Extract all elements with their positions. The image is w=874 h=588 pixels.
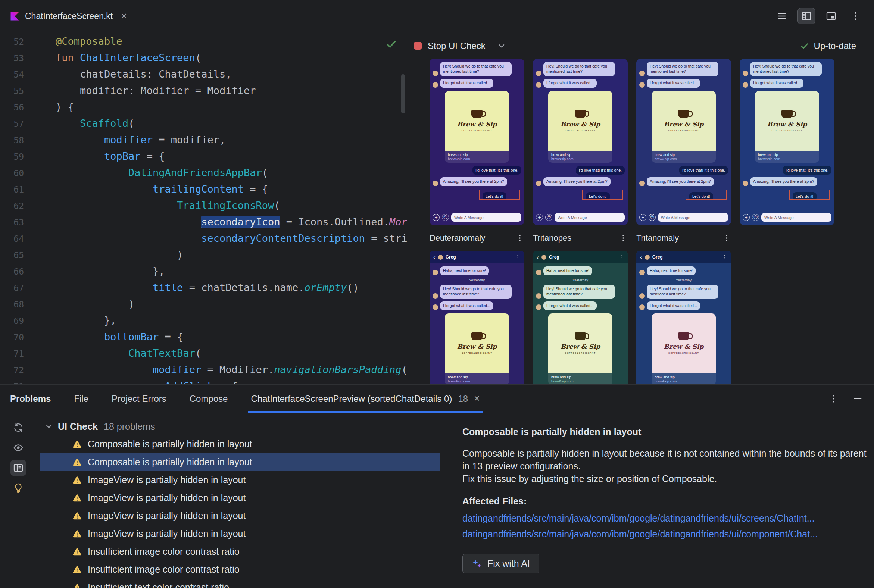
preview-phone[interactable]: Hey! Should we go to that cafe you menti…	[636, 59, 731, 225]
hide-panel-button[interactable]	[853, 394, 863, 404]
problems-tool-window: Problems FileProject ErrorsComposeChatIn…	[0, 384, 874, 588]
code-line[interactable]: 72 modifier = Modifier.navigationBarsPad…	[0, 362, 407, 378]
chevron-down-icon[interactable]	[44, 422, 53, 431]
tab-close-icon[interactable]: ×	[121, 11, 127, 21]
message-input[interactable]: Write A Message	[761, 213, 832, 222]
attach-icon[interactable]: +	[536, 214, 543, 221]
problem-item[interactable]: ImageView is partially hidden in layout	[36, 525, 440, 543]
problem-item[interactable]: Insufficient text color contrast ratio	[36, 578, 440, 588]
problem-item[interactable]: Composable is partially hidden in layout	[40, 453, 440, 471]
preview-phone[interactable]: ‹GregHaha, next time for sure!YesterdayH…	[429, 251, 524, 384]
emoji-icon[interactable]: ☺	[649, 214, 656, 221]
inspections-ok-icon[interactable]	[385, 38, 398, 50]
preview-phone[interactable]: Hey! Should we go to that cafe you menti…	[533, 59, 628, 225]
details-view-button[interactable]	[11, 460, 26, 476]
chat-message-row: Amazing, I'll see you there at 2pm?	[432, 177, 521, 186]
affected-file-link[interactable]: datingandfriends/src/main/java/com/ibm/g…	[463, 528, 866, 540]
code-line[interactable]: 62 TrailingIconsRow(	[0, 197, 407, 214]
code-line[interactable]: 54 chatDetails: ChatDetails,	[0, 66, 407, 82]
problems-group-row[interactable]: UI Check 18 problems	[36, 418, 452, 435]
sync-button[interactable]	[11, 420, 26, 435]
split-editor-button[interactable]	[798, 8, 815, 24]
emoji-icon[interactable]: ☺	[752, 214, 759, 221]
preview-phone[interactable]: Hey! Should we go to that cafe you menti…	[429, 59, 524, 225]
preview-eye-button[interactable]	[11, 440, 26, 456]
tab-chatinterfacescreenpreview[interactable]: ChatInterfaceScreenPreview (sortedChatDe…	[251, 385, 479, 412]
preview-phone[interactable]: ‹GregHaha, next time for sure!YesterdayH…	[533, 251, 628, 384]
link-preview-card: Brew & SipCOFFEE&CROISSANTbrew and sipbr…	[445, 314, 509, 384]
code-line[interactable]: 58 modifier = modifier,	[0, 132, 407, 148]
preview-window-button[interactable]	[823, 8, 839, 24]
code-line[interactable]: 65 )	[0, 247, 407, 263]
chat-bubble: Hey! Should we go to that cafe you menti…	[544, 285, 615, 299]
structure-button[interactable]	[773, 8, 790, 24]
attach-icon[interactable]: +	[639, 214, 646, 221]
code-line[interactable]: 61 trailingContent = {	[0, 181, 407, 197]
fix-with-ai-button[interactable]: Fix with AI	[463, 554, 539, 573]
tool-window-title[interactable]: Problems	[10, 394, 51, 404]
more-vertical-button[interactable]	[847, 8, 864, 24]
code-line[interactable]: 52@Composable	[0, 33, 407, 50]
problem-item[interactable]: ImageView is partially hidden in layout	[36, 489, 440, 507]
problem-item[interactable]: Insufficient image color contrast ratio	[36, 543, 440, 560]
code-line[interactable]: 69 },	[0, 312, 407, 329]
back-icon[interactable]: ‹	[640, 254, 642, 260]
code-line[interactable]: 68 )	[0, 296, 407, 312]
emoji-icon[interactable]: ☺	[545, 214, 552, 221]
editor-tab-chatinterfacescreen[interactable]: ChatInterfaceScreen.kt ×	[0, 0, 134, 32]
more-vertical-icon[interactable]	[619, 234, 628, 243]
ide-window: ChatInterfaceScreen.kt × 52@Composable53…	[0, 0, 874, 588]
more-vertical-icon[interactable]	[515, 234, 524, 243]
code-line[interactable]: 55 modifier: Modifier = Modifier	[0, 82, 407, 99]
tab-project-errors[interactable]: Project Errors	[111, 394, 167, 404]
code-line[interactable]: 64 secondaryContentDescription = strin	[0, 230, 407, 247]
code-line[interactable]: 59 topBar = {	[0, 148, 407, 165]
affected-file-link[interactable]: datingandfriends/src/main/java/com/ibm/g…	[463, 512, 866, 525]
warning-icon	[72, 565, 82, 574]
problem-item[interactable]: Insufficient image color contrast ratio	[36, 560, 440, 578]
tab-file[interactable]: File	[74, 394, 89, 404]
code-line[interactable]: 67 title = chatDetails.name.orEmpty()	[0, 279, 407, 296]
quickfix-bulb-button[interactable]	[11, 480, 26, 496]
emoji-icon[interactable]: ☺	[442, 214, 449, 221]
more-vertical-icon[interactable]	[619, 255, 624, 260]
code-line[interactable]: 53fun ChatInterfaceScreen(	[0, 50, 407, 66]
editor-scrollbar[interactable]	[401, 74, 405, 113]
code-line[interactable]: 63 secondaryIcon = Icons.Outlined.More	[0, 214, 407, 230]
back-icon[interactable]: ‹	[433, 254, 435, 260]
more-vertical-icon[interactable]	[515, 255, 521, 260]
attach-icon[interactable]: +	[432, 214, 440, 221]
attach-icon[interactable]: +	[743, 214, 750, 221]
problem-item[interactable]: Composable is partially hidden in layout	[36, 435, 440, 453]
chat-message-row: I forgot what it was called...	[432, 79, 521, 88]
back-icon[interactable]: ‹	[537, 254, 539, 260]
more-vertical-button[interactable]	[829, 394, 838, 404]
code-editor[interactable]: 52@Composable53fun ChatInterfaceScreen(5…	[0, 33, 407, 384]
tab-compose[interactable]: Compose	[189, 394, 228, 404]
code-line[interactable]: 57 Scaffold(	[0, 115, 407, 132]
code-line[interactable]: 60 DatingAndFriendsAppBar(	[0, 165, 407, 181]
more-vertical-icon[interactable]	[722, 255, 727, 260]
stop-ui-check-button[interactable]: Stop UI Check	[414, 40, 485, 51]
code-line[interactable]: 71 ChatTextBar(	[0, 345, 407, 362]
message-input[interactable]: Write A Message	[658, 213, 728, 222]
tab-close-icon[interactable]: ×	[474, 394, 480, 404]
link-title: brew and sip	[758, 153, 816, 157]
problem-item[interactable]: ImageView is partially hidden in layout	[36, 471, 440, 489]
code-line[interactable]: 70 bottomBar = {	[0, 329, 407, 345]
more-vertical-icon[interactable]	[722, 234, 731, 243]
link-preview-footer: brew and sipbrew&sip.com	[548, 373, 613, 384]
chevron-down-icon[interactable]	[497, 41, 506, 51]
code-line[interactable]: 56) {	[0, 99, 407, 115]
code-line[interactable]: 73 onAddClick = {	[0, 378, 407, 384]
avatar	[536, 293, 542, 299]
message-input[interactable]: Write A Message	[554, 213, 625, 222]
message-input[interactable]: Write A Message	[451, 213, 521, 222]
link-preview-card: Brew & SipCOFFEE&CROISSANTbrew and sipbr…	[755, 91, 819, 163]
preview-eye-icon	[13, 442, 24, 453]
link-url: brew&sip.com	[758, 157, 816, 161]
preview-phone[interactable]: ‹GregHaha, next time for sure!YesterdayH…	[636, 251, 731, 384]
problem-item[interactable]: ImageView is partially hidden in layout	[36, 507, 440, 525]
code-line[interactable]: 66 },	[0, 263, 407, 279]
preview-phone[interactable]: Hey! Should we go to that cafe you menti…	[740, 59, 835, 225]
